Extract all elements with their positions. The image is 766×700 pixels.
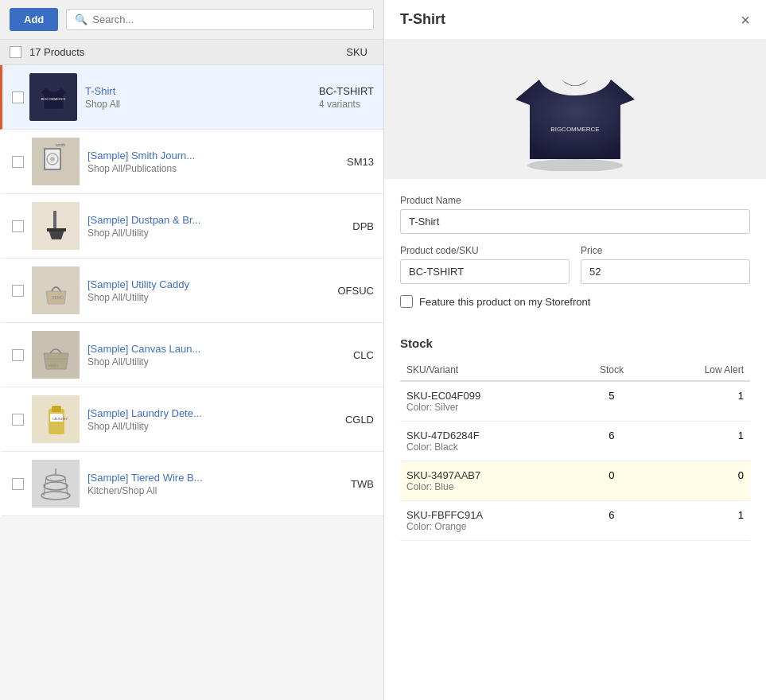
feature-label: Feature this product on my Storefront <box>419 296 590 308</box>
col-low-alert: Low Alert <box>647 360 750 381</box>
list-item[interactable]: BIGCOMMERCE T-Shirt Shop All BC-TSHIRT 4… <box>0 65 383 130</box>
product-variants: 4 variants <box>319 99 374 110</box>
stock-sku-cell: SKU-47D6284F Color: Black <box>400 422 576 461</box>
product-category: Shop All/Utility <box>87 228 344 239</box>
table-row: SKU-3497AAB7 Color: Blue 0 0 <box>400 461 750 501</box>
feature-checkbox-group: Feature this product on my Storefront <box>400 295 750 308</box>
detail-title: T-Shirt <box>400 11 445 28</box>
sku-label: Product code/SKU <box>400 245 570 256</box>
product-thumbnail: smith <box>32 138 80 185</box>
table-row: SKU-47D6284F Color: Black 6 1 <box>400 422 750 461</box>
stock-low-alert: 0 <box>647 461 750 501</box>
sku-code: SKU-3497AAB7 <box>406 469 570 481</box>
price-label: Price <box>581 245 750 256</box>
product-sku: TWB <box>351 478 374 490</box>
sku-price-row: Product code/SKU Price <box>400 245 750 295</box>
product-count: 17 Products <box>29 46 338 58</box>
list-item[interactable]: smith [Sample] Smith Journ... Shop All/P… <box>0 130 383 194</box>
svg-point-28 <box>527 159 623 171</box>
product-info: [Sample] Utility Caddy Shop All/Utility <box>87 278 330 303</box>
close-button[interactable]: × <box>741 12 750 28</box>
product-sku: DPB <box>352 220 374 232</box>
stock-table: SKU/Variant Stock Low Alert SKU-EC04F099… <box>400 360 750 541</box>
sku-variant: Color: Silver <box>406 402 570 413</box>
product-category: Kitchen/Shop All <box>87 485 343 496</box>
sku-code: SKU-47D6284F <box>406 430 570 441</box>
stock-low-alert: 1 <box>647 422 750 461</box>
stock-table-header: SKU/Variant Stock Low Alert <box>400 360 750 381</box>
stock-sku-cell: SKU-3497AAB7 Color: Blue <box>400 461 576 501</box>
list-item[interactable]: DEMO [Sample] Canvas Laun... Shop All/Ut… <box>0 323 383 387</box>
add-button[interactable]: Add <box>10 8 58 31</box>
stock-low-alert: 1 <box>647 501 750 541</box>
product-name: T-Shirt <box>85 85 311 97</box>
table-row: SKU-EC04F099 Color: Silver 5 1 <box>400 381 750 422</box>
product-info: [Sample] Laundry Dete... Shop All/Utilit… <box>87 407 337 432</box>
product-checkbox[interactable] <box>12 349 24 361</box>
product-category: Shop All/Utility <box>87 421 337 432</box>
left-panel: Add 🔍 17 Products SKU BIGCOMMERCE T-Shir… <box>0 0 384 700</box>
product-checkbox[interactable] <box>12 220 24 232</box>
stock-qty: 5 <box>576 381 648 422</box>
svg-rect-10 <box>47 228 66 231</box>
product-checkbox[interactable] <box>12 478 24 490</box>
product-category: Shop All <box>85 99 311 110</box>
svg-text:BIGCOMMERCE: BIGCOMMERCE <box>41 97 65 101</box>
stock-section: Stock SKU/Variant Stock Low Alert SKU-EC… <box>384 336 766 557</box>
product-sku: SM13 <box>347 156 374 168</box>
svg-text:BIGCOMMERCE: BIGCOMMERCE <box>550 126 599 133</box>
product-image: BIGCOMMERCE <box>507 46 643 173</box>
product-checkbox[interactable] <box>12 91 24 103</box>
search-box: 🔍 <box>66 9 374 30</box>
product-name: [Sample] Dustpan & Br... <box>87 214 344 226</box>
search-icon: 🔍 <box>75 14 87 25</box>
col-stock: Stock <box>576 360 648 381</box>
list-item[interactable]: DEMO [Sample] Utility Caddy Shop All/Uti… <box>0 259 383 323</box>
svg-text:smith: smith <box>56 142 65 147</box>
product-thumbnail: DEMO <box>32 331 80 379</box>
table-row: SKU-FBFFC91A Color: Orange 6 1 <box>400 501 750 541</box>
right-panel: T-Shirt × <box>384 0 766 700</box>
list-header: 17 Products SKU <box>0 40 383 65</box>
sku-code: SKU-FBFFC91A <box>406 509 570 521</box>
detail-form: Product Name Product code/SKU Price Feat… <box>384 179 766 336</box>
list-item[interactable]: LAUNDRY [Sample] Laundry Dete... Shop Al… <box>0 387 383 452</box>
product-info: T-Shirt Shop All <box>85 85 311 110</box>
sku-code: SKU-EC04F099 <box>406 390 570 402</box>
stock-sku-cell: SKU-EC04F099 Color: Silver <box>400 381 576 422</box>
list-item[interactable]: [Sample] Dustpan & Br... Shop All/Utilit… <box>0 194 383 259</box>
sku-input[interactable] <box>400 259 570 284</box>
product-name-input[interactable] <box>400 209 750 234</box>
stock-qty: 0 <box>576 461 648 501</box>
product-thumbnail: DEMO <box>32 266 80 314</box>
price-input[interactable] <box>581 259 750 284</box>
product-sku: OFSUC <box>338 285 375 297</box>
product-checkbox[interactable] <box>12 156 24 168</box>
product-info: [Sample] Dustpan & Br... Shop All/Utilit… <box>87 214 344 239</box>
product-list: BIGCOMMERCE T-Shirt Shop All BC-TSHIRT 4… <box>0 65 383 700</box>
product-sku: CLC <box>353 349 374 361</box>
product-checkbox[interactable] <box>12 414 24 426</box>
product-image-area: BIGCOMMERCE <box>384 40 766 179</box>
price-group: Price <box>581 245 750 284</box>
product-name: [Sample] Laundry Dete... <box>87 407 337 419</box>
sku-variant: Color: Blue <box>406 481 570 492</box>
svg-text:DEMO: DEMO <box>52 295 64 300</box>
product-name: [Sample] Canvas Laun... <box>87 343 345 355</box>
product-sku: BC-TSHIRT <box>319 85 374 97</box>
list-item[interactable]: [Sample] Tiered Wire B... Kitchen/Shop A… <box>0 452 383 516</box>
svg-rect-18 <box>52 406 61 412</box>
product-name-group: Product Name <box>400 195 750 234</box>
detail-header: T-Shirt × <box>384 0 766 40</box>
product-sku: CGLD <box>345 414 374 426</box>
product-category: Shop All/Publications <box>87 163 339 174</box>
select-all-checkbox[interactable] <box>10 46 21 58</box>
stock-sku-cell: SKU-FBFFC91A Color: Orange <box>400 501 576 541</box>
stock-qty: 6 <box>576 422 648 461</box>
stock-low-alert: 1 <box>647 381 750 422</box>
search-input[interactable] <box>92 14 365 25</box>
product-checkbox[interactable] <box>12 285 24 297</box>
product-thumbnail <box>32 460 80 508</box>
product-name: [Sample] Tiered Wire B... <box>87 472 343 484</box>
feature-checkbox[interactable] <box>400 295 413 308</box>
